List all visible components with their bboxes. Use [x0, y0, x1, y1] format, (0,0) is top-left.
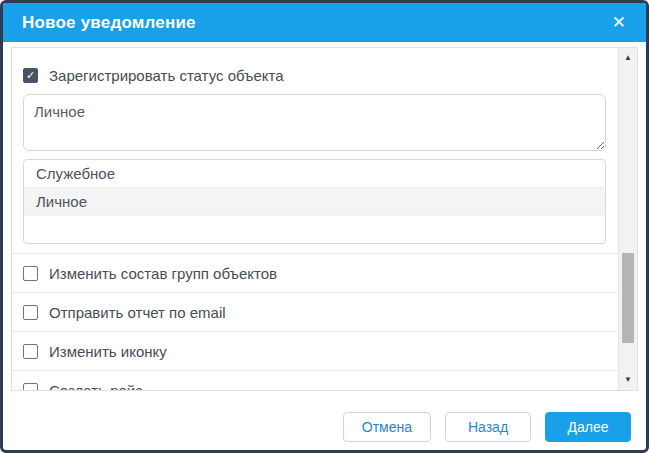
send-email-label: Отправить отчет по email — [49, 304, 226, 321]
send-email-checkbox[interactable] — [23, 305, 38, 320]
close-icon[interactable]: ✕ — [608, 12, 630, 33]
create-trip-row[interactable]: Создать рейс — [12, 370, 618, 390]
register-status-section: ✓ Зарегистрировать статус объекта Личное… — [12, 48, 618, 244]
new-notification-dialog: Новое уведомление ✕ ✓ Зарегистрировать с… — [0, 0, 649, 453]
change-groups-checkbox[interactable] — [23, 266, 38, 281]
dialog-footer: Отмена Назад Далее — [3, 394, 646, 450]
scroll-panel: ✓ Зарегистрировать статус объекта Личное… — [11, 47, 638, 391]
scroll-up-icon[interactable]: ▲ — [619, 53, 637, 63]
list-item[interactable]: Личное — [24, 188, 605, 216]
register-status-row[interactable]: ✓ Зарегистрировать статус объекта — [12, 60, 618, 90]
check-icon: ✓ — [26, 70, 35, 81]
dialog-body: ✓ Зарегистрировать статус объекта Личное… — [3, 42, 646, 394]
status-textarea[interactable]: Личное — [23, 94, 606, 151]
change-icon-checkbox[interactable] — [23, 344, 38, 359]
register-status-label: Зарегистрировать статус объекта — [49, 67, 284, 84]
cancel-button[interactable]: Отмена — [343, 412, 431, 442]
dialog-header: Новое уведомление ✕ — [3, 3, 646, 42]
create-trip-checkbox[interactable] — [23, 383, 38, 391]
list-item[interactable]: Служебное — [24, 160, 605, 188]
scrollbar-thumb[interactable] — [622, 253, 634, 343]
status-listbox: Служебное Личное — [23, 159, 606, 244]
create-trip-label: Создать рейс — [49, 382, 143, 391]
send-email-row[interactable]: Отправить отчет по email — [12, 292, 618, 331]
change-icon-row[interactable]: Изменить иконку — [12, 331, 618, 370]
change-icon-label: Изменить иконку — [49, 343, 167, 360]
change-groups-row[interactable]: Изменить состав групп объектов — [12, 253, 618, 292]
vertical-scrollbar[interactable]: ▲ ▼ — [618, 48, 637, 390]
scroll-down-icon[interactable]: ▼ — [619, 375, 637, 385]
change-groups-label: Изменить состав групп объектов — [49, 265, 277, 282]
scroll-content: ✓ Зарегистрировать статус объекта Личное… — [12, 48, 618, 390]
next-button[interactable]: Далее — [545, 412, 631, 442]
back-button[interactable]: Назад — [445, 412, 531, 442]
register-status-checkbox[interactable]: ✓ — [23, 68, 38, 83]
dialog-title: Новое уведомление — [22, 13, 196, 33]
